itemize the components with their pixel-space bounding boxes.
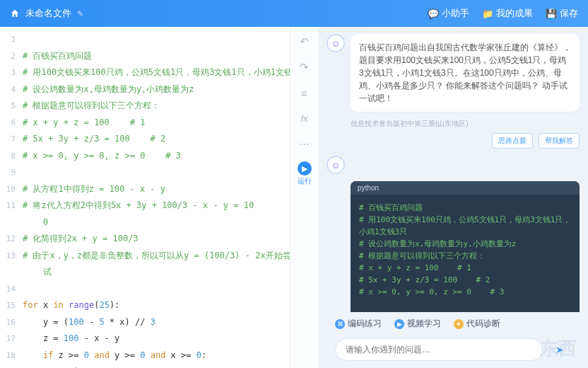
assistant-button[interactable]: 💬 小助手 bbox=[428, 7, 469, 20]
assistant-message: ☺ 百钱买百鸡问题出自我国古代数学家张丘建的《算经》，题目要求用100文钱买来1… bbox=[327, 34, 580, 112]
save-button[interactable]: 💾 保存 bbox=[546, 7, 578, 20]
editor-toolbar: ↶ ↷ ≡ fx ⋯ ▶ 运行 bbox=[290, 27, 318, 368]
chat-input[interactable] bbox=[335, 338, 543, 361]
undo-button[interactable]: ↶ bbox=[297, 34, 312, 50]
format-button[interactable]: ≡ bbox=[297, 85, 312, 100]
code-lang-label: python bbox=[351, 181, 580, 195]
run-button[interactable]: ▶ 运行 bbox=[298, 161, 312, 185]
line-gutter: 1234567891011121314151617181920 bbox=[0, 27, 20, 368]
app-header: 未命名文件 ✎ 💬 小助手 📁 我的成果 💾 保存 bbox=[0, 0, 588, 27]
code-block-body[interactable]: # 百钱买百鸡问题 # 用100文钱买来100只鸡，公鸡5文钱1只，母鸡3文钱1… bbox=[351, 195, 580, 312]
results-button[interactable]: 📁 我的成果 bbox=[482, 7, 533, 20]
assistant-avatar-icon: ☺ bbox=[327, 156, 345, 174]
message-text: 百钱买百鸡问题出自我国古代数学家张丘建的《算经》，题目要求用100文钱买来100… bbox=[351, 34, 580, 112]
redo-button[interactable]: ↷ bbox=[297, 59, 312, 75]
sparkle-icon: ✦ bbox=[454, 319, 464, 329]
home-icon[interactable] bbox=[10, 8, 20, 18]
play-icon: ▶ bbox=[298, 161, 312, 176]
folder-icon: 📁 bbox=[482, 8, 493, 19]
tab-diagnose[interactable]: ✦代码诊断 bbox=[454, 318, 500, 330]
assistant-pane: ☺ 百钱买百鸡问题出自我国古代数学家张丘建的《算经》，题目要求用100文钱买来1… bbox=[318, 27, 588, 368]
solve-button[interactable]: 帮我解答 bbox=[539, 133, 580, 149]
code-icon: ⌘ bbox=[335, 319, 345, 329]
editor-pane: 1234567891011121314151617181920 # 百钱买百鸡问… bbox=[0, 27, 290, 368]
hint-button[interactable]: 思路点拨 bbox=[492, 133, 533, 149]
assistant-avatar-icon: ☺ bbox=[327, 34, 345, 52]
edit-icon[interactable]: ✎ bbox=[77, 9, 83, 18]
chat-input-bar: ➤ bbox=[318, 333, 588, 368]
code-block: python # 百钱买百鸡问题 # 用100文钱买来100只鸡，公鸡5文钱1只… bbox=[351, 181, 580, 312]
source-citation: 信息技术青岛版初中第三册(山东地区) bbox=[351, 119, 580, 129]
fx-button[interactable]: fx bbox=[297, 110, 312, 126]
tab-coding[interactable]: ⌘编码练习 bbox=[335, 318, 382, 330]
tab-video[interactable]: ▶视频学习 bbox=[394, 318, 441, 330]
chat-icon: 💬 bbox=[428, 8, 439, 19]
bottom-tabs: ⌘编码练习 ▶视频学习 ✦代码诊断 bbox=[318, 312, 588, 333]
more-button[interactable]: ⋯ bbox=[297, 136, 312, 151]
video-icon: ▶ bbox=[394, 319, 404, 329]
code-editor[interactable]: # 百钱买百鸡问题 # 用100文钱买来100只鸡，公鸡5文钱1只，母鸡3文钱1… bbox=[20, 27, 290, 368]
file-title: 未命名文件 bbox=[25, 7, 71, 20]
assistant-code-message: ☺ bbox=[327, 156, 580, 174]
save-icon: 💾 bbox=[546, 8, 557, 19]
send-button[interactable]: ➤ bbox=[548, 338, 571, 361]
